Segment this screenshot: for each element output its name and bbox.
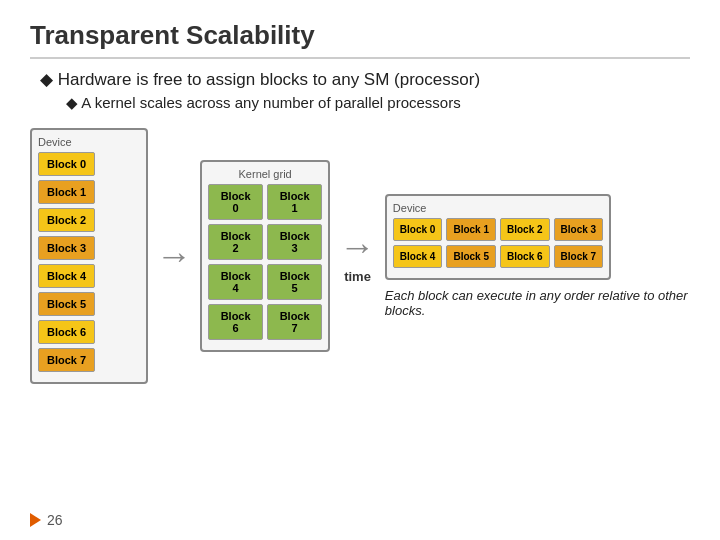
block-cell: Block 0	[38, 152, 95, 176]
kernel-grid-col: Kernel grid Block 0 Block 1 Block 2 Bloc…	[200, 160, 330, 352]
arrow-right-icon: →	[339, 229, 375, 265]
page-number: 26	[47, 512, 63, 528]
left-device-row-4: Block 6 Block 7	[38, 320, 140, 372]
time-label: time	[344, 269, 371, 284]
block-cell: Block 7	[554, 245, 604, 268]
left-device-row-top: Block 0 Block 1	[38, 152, 140, 204]
block-cell: Block 2	[38, 208, 95, 232]
kernel-row-4: Block 6 Block 7	[208, 304, 322, 340]
slide-title: Transparent Scalability	[30, 20, 690, 59]
arrow-left-icon: →	[156, 238, 192, 274]
caption-text: Each block can execute in any order rela…	[385, 288, 690, 318]
right-device-row-1: Block 0 Block 1 Block 2 Block 3	[393, 218, 603, 241]
block-cell: Block 6	[208, 304, 263, 340]
block-cell: Block 5	[446, 245, 496, 268]
block-cell: Block 1	[38, 180, 95, 204]
block-cell: Block 3	[267, 224, 322, 260]
kernel-row-3: Block 4 Block 5	[208, 264, 322, 300]
right-device-label: Device	[393, 202, 603, 214]
block-cell: Block 0	[393, 218, 443, 241]
arrow-right: →	[339, 229, 375, 265]
kernel-row-1: Block 0 Block 1	[208, 184, 322, 220]
block-cell: Block 5	[267, 264, 322, 300]
bullet-1: ◆ Hardware is free to assign blocks to a…	[40, 69, 690, 90]
block-cell: Block 4	[393, 245, 443, 268]
kernel-row-2: Block 2 Block 3	[208, 224, 322, 260]
block-cell: Block 3	[38, 236, 95, 260]
block-cell: Block 6	[38, 320, 95, 344]
right-device-box: Device Block 0 Block 1 Block 2 Block 3 B…	[385, 194, 611, 280]
block-cell: Block 2	[500, 218, 550, 241]
block-cell: Block 1	[267, 184, 322, 220]
slide: Transparent Scalability ◆ Hardware is fr…	[0, 0, 720, 540]
left-device-label: Device	[38, 136, 140, 148]
bullet-2: ◆ A kernel scales across any number of p…	[66, 94, 690, 112]
left-device-box: Device Block 0 Block 1 Block 2 Block 3 B…	[30, 128, 148, 384]
left-device-row-2: Block 2 Block 3	[38, 208, 140, 260]
block-cell: Block 3	[554, 218, 604, 241]
right-device-row-2: Block 4 Block 5 Block 6 Block 7	[393, 245, 603, 268]
page-number-area: 26	[30, 512, 63, 528]
block-cell: Block 4	[38, 264, 95, 288]
block-cell: Block 1	[446, 218, 496, 241]
block-cell: Block 5	[38, 292, 95, 316]
block-cell: Block 6	[500, 245, 550, 268]
arrow-left: →	[156, 238, 192, 274]
diagram-section: Device Block 0 Block 1 Block 2 Block 3 B…	[30, 128, 690, 384]
kernel-grid-box: Kernel grid Block 0 Block 1 Block 2 Bloc…	[200, 160, 330, 352]
left-device-row-3: Block 4 Block 5	[38, 264, 140, 316]
block-cell: Block 7	[267, 304, 322, 340]
left-device-col: Device Block 0 Block 1 Block 2 Block 3 B…	[30, 128, 148, 384]
arrow-time-col: → time	[334, 229, 381, 284]
right-col: Device Block 0 Block 1 Block 2 Block 3 B…	[385, 194, 690, 318]
triangle-icon	[30, 513, 41, 527]
block-cell: Block 0	[208, 184, 263, 220]
block-cell: Block 2	[208, 224, 263, 260]
kernel-grid-label: Kernel grid	[208, 168, 322, 180]
block-cell: Block 4	[208, 264, 263, 300]
block-cell: Block 7	[38, 348, 95, 372]
